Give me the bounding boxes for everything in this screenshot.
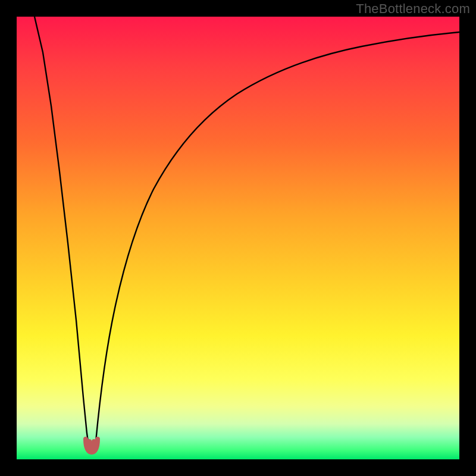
notch-marker xyxy=(86,439,98,452)
watermark-text: TheBottleneck.com xyxy=(356,1,470,17)
plot-area xyxy=(17,17,459,459)
curve-right xyxy=(96,32,459,441)
bottleneck-curve xyxy=(17,17,459,459)
chart-frame: TheBottleneck.com xyxy=(0,0,476,476)
curve-left xyxy=(35,17,88,441)
